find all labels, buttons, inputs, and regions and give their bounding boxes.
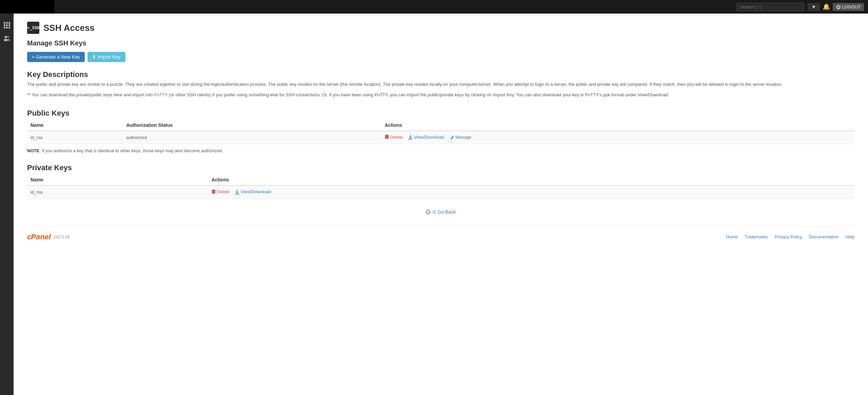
- putty-link[interactable]: PuTTY: [154, 92, 167, 97]
- logout-button[interactable]: ⏻ LOGOUT: [833, 3, 864, 11]
- delete-public-key-link[interactable]: Delete: [385, 135, 403, 140]
- key-descriptions-title: Key Descriptions: [27, 70, 854, 79]
- svg-rect-4: [385, 136, 389, 139]
- private-key-actions: Delete View/Download: [208, 185, 854, 199]
- topbar-logo: [0, 0, 54, 14]
- footer-trademarks-link[interactable]: Trademarks: [745, 234, 768, 239]
- description-paragraph-1: The public and private key are similar t…: [27, 81, 854, 88]
- footer-home-link[interactable]: Home: [726, 234, 738, 239]
- svg-rect-7: [408, 139, 413, 139]
- user-menu-button[interactable]: ▼: [808, 3, 820, 11]
- cpanel-logo: cPanel: [27, 233, 51, 241]
- view-download-private-key-link[interactable]: View/Download: [235, 189, 271, 194]
- col-name: Name: [27, 120, 123, 131]
- footer-brand: cPanel 102.0.18: [27, 233, 70, 241]
- col-auth-status: Authorization Status: [123, 120, 381, 131]
- page-header-icon: >_SSH: [27, 22, 39, 34]
- generate-key-button[interactable]: + Generate a New Key: [27, 52, 85, 62]
- col-name: Name: [27, 174, 208, 185]
- svg-text:⊙: ⊙: [427, 210, 430, 214]
- key-actions: Delete View/Download Manage: [381, 131, 854, 144]
- public-keys-title: Public Keys: [27, 109, 854, 118]
- action-buttons: + Generate a New Key ⬇ Import Key: [27, 52, 854, 62]
- svg-point-1: [4, 39, 8, 41]
- svg-rect-10: [213, 190, 214, 190]
- footer-help-link[interactable]: Help: [845, 234, 854, 239]
- page-header: >_SSH SSH Access: [27, 22, 854, 34]
- svg-point-0: [5, 36, 7, 38]
- col-actions: Actions: [381, 120, 854, 131]
- private-key-name: id_rsa: [27, 185, 208, 199]
- view-download-public-key-link[interactable]: View/Download: [408, 135, 444, 140]
- key-auth-status: authorized: [123, 131, 381, 144]
- page-title: SSH Access: [43, 23, 95, 33]
- footer-privacy-link[interactable]: Privacy Policy: [775, 234, 802, 239]
- manage-public-key-link[interactable]: Manage: [450, 135, 471, 140]
- go-back-link[interactable]: ⊙ ⊙ Go Back: [426, 209, 456, 215]
- go-back-section: ⊙ ⊙ Go Back: [27, 209, 854, 215]
- public-keys-section: Public Keys Name Authorization Status Ac…: [27, 109, 854, 154]
- sidebar: [0, 14, 14, 395]
- import-key-button[interactable]: ⬇ Import Key: [87, 52, 125, 62]
- public-keys-note: NOTE: If you authorize a key that is ide…: [27, 148, 854, 153]
- sidebar-grid-icon[interactable]: [2, 17, 12, 30]
- public-keys-table: Name Authorization Status Actions id_rsa…: [27, 120, 854, 144]
- public-keys-header-row: Name Authorization Status Actions: [27, 120, 854, 131]
- sidebar-users-icon[interactable]: [2, 34, 12, 44]
- private-keys-header-row: Name Actions: [27, 174, 854, 185]
- footer: cPanel 102.0.18 Home Trademarks Privacy …: [27, 225, 854, 245]
- main-content: >_SSH SSH Access Manage SSH Keys + Gener…: [14, 14, 868, 395]
- svg-rect-8: [212, 191, 215, 194]
- key-descriptions-section: Key Descriptions The public and private …: [27, 70, 854, 99]
- notification-bell-icon[interactable]: 🔔: [823, 3, 830, 11]
- topbar: ▼ 🔔 ⏻ LOGOUT: [0, 0, 868, 14]
- col-actions: Actions: [208, 174, 854, 185]
- private-keys-title: Private Keys: [27, 163, 854, 172]
- svg-rect-11: [235, 194, 239, 194]
- key-name: id_rsa: [27, 131, 123, 144]
- svg-point-3: [7, 39, 10, 41]
- private-keys-section: Private Keys Name Actions id_rsa Delete: [27, 163, 854, 199]
- search-input[interactable]: [736, 3, 804, 11]
- table-row: id_rsa authorized Delete View/Download: [27, 131, 854, 144]
- manage-keys-title: Manage SSH Keys: [27, 39, 854, 47]
- footer-links: Home Trademarks Privacy Policy Documenta…: [726, 234, 854, 239]
- description-paragraph-2: ** You can download the private/public k…: [27, 92, 854, 99]
- footer-version: 102.0.18: [54, 235, 70, 239]
- topbar-right: ▼ 🔔 ⏻ LOGOUT: [808, 3, 864, 11]
- private-keys-table: Name Actions id_rsa Delete View/Download: [27, 174, 854, 199]
- footer-documentation-link[interactable]: Documentation: [809, 234, 839, 239]
- svg-rect-6: [386, 135, 388, 135]
- table-row: id_rsa Delete View/Download: [27, 185, 854, 199]
- svg-point-2: [7, 36, 9, 38]
- delete-private-key-link[interactable]: Delete: [212, 189, 230, 194]
